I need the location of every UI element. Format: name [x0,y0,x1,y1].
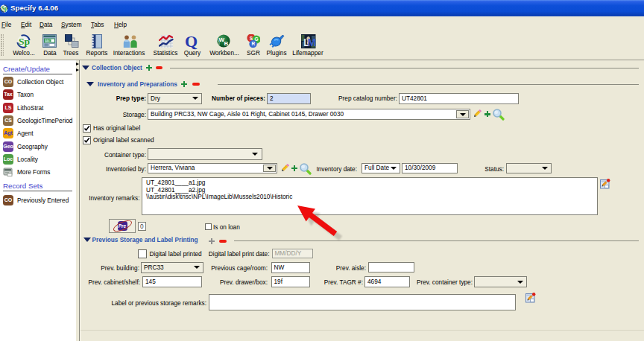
svg-text:R: R [251,41,255,46]
svg-text:S: S [249,35,253,40]
svg-text:abc: abc [45,39,50,42]
svg-text:B: B [224,40,229,47]
svg-text:G: G [254,36,258,42]
svg-text:M: M [308,36,316,48]
svg-text:Sp: Sp [1,5,8,12]
svg-text:Sp: Sp [19,35,30,46]
